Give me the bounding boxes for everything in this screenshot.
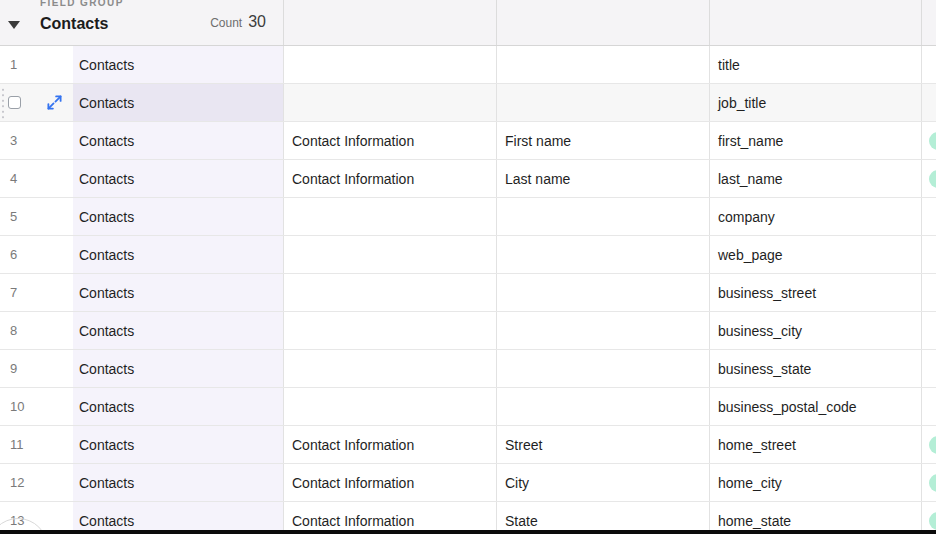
row-number: 10 (0, 388, 73, 425)
cell-mapping-field[interactable]: First name (497, 122, 710, 159)
cell-mapping-group[interactable] (284, 350, 497, 387)
cell-field-group[interactable]: Contacts (73, 122, 284, 159)
cell-field-group[interactable]: Contacts (73, 312, 284, 349)
field-group-header-panel: FIELD GROUP Contacts Count 30 (0, 0, 284, 45)
cell-mapping-group[interactable] (284, 388, 497, 425)
expand-arrows-icon[interactable] (47, 95, 62, 110)
cell-field-group[interactable]: Contacts (73, 464, 284, 501)
cell-field-name[interactable]: business_postal_code (710, 388, 922, 425)
field-mapping-table: FIELD GROUP Contacts Count 30 1Contactst… (0, 0, 936, 534)
cell-field-name[interactable]: business_state (710, 350, 922, 387)
table-row: 10Contactsbusiness_postal_code (0, 388, 936, 426)
table-row: Contactsjob_title (0, 84, 936, 122)
field-group-label: FIELD GROUP (40, 0, 124, 8)
cell-mapping-group[interactable] (284, 274, 497, 311)
cell-mapping-field[interactable] (497, 198, 710, 235)
count-badge: Count 30 (210, 13, 266, 31)
header-cell-mapping-group (284, 0, 497, 45)
table-row: 6Contactsweb_page (0, 236, 936, 274)
cell-mapping-group[interactable]: Contact Information (284, 426, 497, 463)
drag-dots-icon[interactable] (0, 86, 4, 119)
count-label: Count (210, 16, 242, 30)
cell-status (922, 198, 936, 235)
cell-field-name[interactable]: company (710, 198, 922, 235)
cell-status (922, 464, 936, 501)
row-number: 8 (0, 312, 73, 349)
cell-status (922, 350, 936, 387)
cell-mapping-group[interactable]: Contact Information (284, 464, 497, 501)
cell-field-group[interactable]: Contacts (73, 426, 284, 463)
cell-mapping-field[interactable] (497, 46, 710, 83)
cell-field-name[interactable]: title (710, 46, 922, 83)
cell-mapping-field[interactable] (497, 312, 710, 349)
status-dot-icon (929, 132, 936, 150)
cell-status (922, 274, 936, 311)
table-body: 1ContactstitleContactsjob_title3Contacts… (0, 46, 936, 534)
table-row: 9Contactsbusiness_state (0, 350, 936, 388)
status-dot-icon (929, 474, 936, 492)
cell-mapping-field[interactable] (497, 236, 710, 273)
table-row: 1Contactstitle (0, 46, 936, 84)
cell-field-name[interactable]: business_street (710, 274, 922, 311)
cell-field-group[interactable]: Contacts (73, 274, 284, 311)
field-group-header: FIELD GROUP Contacts Count 30 (0, 0, 936, 46)
cell-field-name[interactable]: business_city (710, 312, 922, 349)
cell-status (922, 426, 936, 463)
cell-field-group[interactable]: Contacts (73, 388, 284, 425)
cell-mapping-field[interactable] (497, 84, 710, 121)
cell-mapping-field[interactable] (497, 274, 710, 311)
cell-mapping-field[interactable]: Last name (497, 160, 710, 197)
cell-status (922, 160, 936, 197)
cell-mapping-group[interactable] (284, 46, 497, 83)
cell-mapping-field[interactable] (497, 388, 710, 425)
cell-status (922, 122, 936, 159)
table-row: 4ContactsContact InformationLast namelas… (0, 160, 936, 198)
cell-field-group[interactable]: Contacts (73, 84, 284, 121)
cell-field-name[interactable]: home_city (710, 464, 922, 501)
table-row: 7Contactsbusiness_street (0, 274, 936, 312)
field-group-title[interactable]: Contacts (40, 15, 108, 33)
table-row: 11ContactsContact InformationStreethome_… (0, 426, 936, 464)
cell-field-name[interactable]: first_name (710, 122, 922, 159)
table-row: 8Contactsbusiness_city (0, 312, 936, 350)
status-dot-icon (929, 512, 936, 530)
cell-mapping-group[interactable]: Contact Information (284, 122, 497, 159)
table-row: 3ContactsContact InformationFirst namefi… (0, 122, 936, 160)
cell-field-group[interactable]: Contacts (73, 350, 284, 387)
cell-status (922, 236, 936, 273)
row-number: 6 (0, 236, 73, 273)
row-checkbox[interactable] (8, 96, 21, 109)
cell-field-group[interactable]: Contacts (73, 236, 284, 273)
collapse-triangle-icon[interactable] (8, 21, 20, 29)
cell-field-group[interactable]: Contacts (73, 46, 284, 83)
cell-mapping-field[interactable]: Street (497, 426, 710, 463)
cell-mapping-group[interactable] (284, 198, 497, 235)
row-number: 5 (0, 198, 73, 235)
header-cell-mapping-field (497, 0, 710, 45)
cell-mapping-field[interactable] (497, 350, 710, 387)
row-number: 11 (0, 426, 73, 463)
cell-status (922, 312, 936, 349)
cell-field-name[interactable]: job_title (710, 84, 922, 121)
row-number: 1 (0, 46, 73, 83)
cell-field-name[interactable]: last_name (710, 160, 922, 197)
status-dot-icon (929, 436, 936, 454)
row-number: 9 (0, 350, 73, 387)
window-bottom-edge (0, 530, 936, 534)
row-number: 12 (0, 464, 73, 501)
cell-mapping-field[interactable]: City (497, 464, 710, 501)
row-number: 3 (0, 122, 73, 159)
row-number: 4 (0, 160, 73, 197)
cell-mapping-group[interactable] (284, 84, 497, 121)
cell-mapping-group[interactable] (284, 236, 497, 273)
row-number: 7 (0, 274, 73, 311)
cell-field-name[interactable]: web_page (710, 236, 922, 273)
header-cell-field-name (710, 0, 922, 45)
cell-mapping-group[interactable]: Contact Information (284, 160, 497, 197)
cell-status (922, 84, 936, 121)
cell-field-group[interactable]: Contacts (73, 160, 284, 197)
cell-field-group[interactable]: Contacts (73, 198, 284, 235)
cell-field-name[interactable]: home_street (710, 426, 922, 463)
count-value: 30 (248, 13, 266, 31)
cell-mapping-group[interactable] (284, 312, 497, 349)
